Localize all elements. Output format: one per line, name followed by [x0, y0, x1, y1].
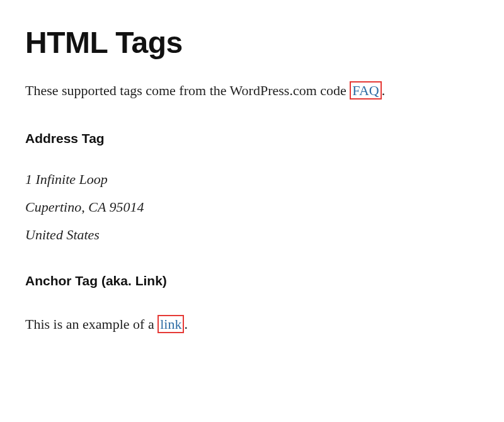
intro-text-prefix: These supported tags come from the WordP… [25, 83, 350, 98]
page-title: HTML Tags [25, 25, 479, 60]
address-section-heading: Address Tag [25, 131, 479, 146]
example-link[interactable]: link [158, 315, 184, 333]
address-line-1: 1 Infinite Loop [25, 171, 479, 188]
intro-paragraph: These supported tags come from the WordP… [25, 80, 479, 101]
anchor-section-heading: Anchor Tag (aka. Link) [25, 273, 479, 288]
intro-text-suffix: . [382, 83, 386, 98]
faq-link[interactable]: FAQ [350, 81, 381, 100]
anchor-text-prefix: This is an example of a [25, 316, 158, 332]
address-line-3: United States [25, 227, 479, 243]
anchor-text-suffix: . [184, 316, 188, 332]
address-block: 1 Infinite Loop Cupertino, CA 95014 Unit… [25, 171, 479, 243]
address-line-2: Cupertino, CA 95014 [25, 199, 479, 215]
anchor-paragraph: This is an example of a link. [25, 314, 479, 334]
